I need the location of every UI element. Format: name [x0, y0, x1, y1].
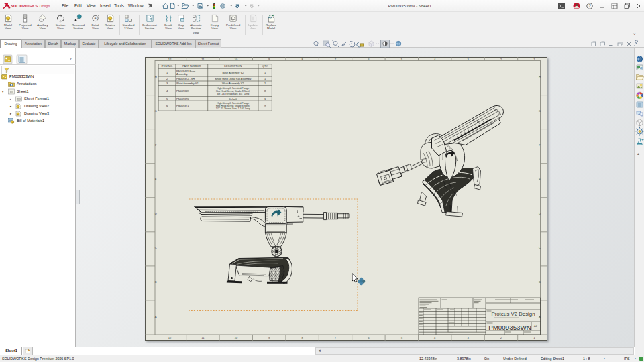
svg-text:PM009372 - SH: PM009372 - SH — [176, 78, 195, 80]
svg-text:11: 11 — [201, 58, 205, 61]
svg-text:12: 12 — [168, 336, 172, 339]
svg-text:Single Hand Linear Rail Assemb: Single Hand Linear Rail Assembly — [215, 78, 251, 80]
svg-text:Waist Assembly V2: Waist Assembly V2 — [176, 82, 198, 85]
svg-text:C: C — [155, 246, 157, 249]
svg-text:Base Assembly V2: Base Assembly V2 — [222, 72, 244, 74]
svg-text:PART NUMBER: PART NUMBER — [182, 65, 201, 68]
svg-text:A2: A2 — [534, 324, 538, 328]
svg-text:11: 11 — [201, 336, 205, 339]
svg-text:Proteus V2 Design: Proteus V2 Design — [491, 311, 535, 317]
svg-text:E: E — [155, 178, 157, 181]
svg-text:PM009353WN: PM009353WN — [488, 324, 531, 331]
svg-text:Waist Assembly V2: Waist Assembly V2 — [222, 82, 244, 85]
svg-text:SOLIDWORKS: SOLIDWORKS — [11, 4, 38, 8]
svg-text:QTY.: QTY. — [262, 65, 268, 68]
svg-text:10: 10 — [234, 58, 237, 61]
svg-text:B: B — [155, 280, 157, 284]
svg-text:A: A — [94, 16, 97, 20]
svg-text:1/2"-13 Thread Size, 1-1/4" Lo: 1/2"-13 Thread Size, 1-1/4" Long — [216, 107, 250, 110]
svg-text:Default: Default — [229, 98, 237, 101]
svg-text:PM009369: PM009369 — [176, 90, 189, 93]
svg-text:ITEM NO.: ITEM NO. — [162, 65, 173, 68]
svg-text:H: H — [155, 75, 157, 78]
svg-text:B: B — [539, 280, 541, 284]
svg-text:G: G — [155, 109, 157, 113]
svg-text:PM009371: PM009371 — [176, 105, 189, 107]
svg-text:Design: Design — [39, 4, 50, 8]
svg-text:DESCRIPTION: DESCRIPTION — [224, 65, 241, 68]
svg-text:A: A — [155, 315, 157, 318]
svg-text:E: E — [539, 178, 541, 181]
svg-text:F: F — [155, 143, 157, 147]
svg-text:12: 12 — [168, 58, 172, 61]
svg-text:G: G — [539, 109, 541, 113]
svg-text:Assembly: Assembly — [176, 73, 188, 76]
svg-text:C: C — [539, 246, 541, 249]
svg-text:3/8"-16 Thread Size, 3/4" Long: 3/8"-16 Thread Size, 3/4" Long — [217, 93, 249, 95]
svg-text:F: F — [539, 143, 541, 147]
svg-text:D: D — [155, 212, 157, 215]
svg-text:D: D — [539, 212, 541, 215]
svg-text:PM009465 Base: PM009465 Base — [176, 70, 195, 73]
svg-text:PM009370: PM009370 — [176, 98, 189, 101]
svg-text:10: 10 — [234, 336, 237, 339]
svg-text:?: ? — [588, 3, 591, 8]
svg-text:H: H — [539, 75, 541, 78]
